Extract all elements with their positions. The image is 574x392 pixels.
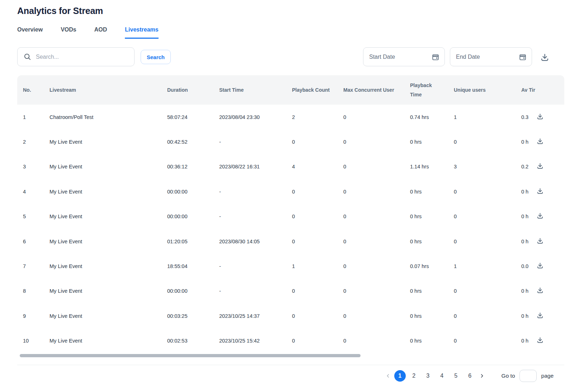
cell-no: 3: [23, 164, 50, 169]
table-row: 8 My Live Event 00:00:00 - 0 0 0 hrs 0 0…: [17, 279, 564, 303]
cell-no: 9: [23, 313, 50, 319]
cell-start-time: 2023/08/30 14:05: [219, 239, 292, 244]
chevron-right-icon: [479, 373, 485, 379]
horizontal-scrollbar-thumb[interactable]: [20, 354, 361, 357]
cell-playback-count: 0: [292, 214, 343, 219]
table-row: 2 My Live Event 00:42:52 - 0 0 0 hrs 0 0…: [17, 129, 564, 154]
download-icon: [536, 287, 544, 294]
cell-unique-users: 0: [454, 189, 521, 195]
cell-max-concurrent-user: 0: [343, 239, 410, 244]
tab-aod[interactable]: AOD: [94, 27, 107, 39]
cell-avg-time: 0 h: [521, 338, 536, 344]
cell-livestream: My Live Event: [50, 189, 167, 195]
cell-duration: 00:00:00: [167, 214, 219, 219]
table-row: 10 My Live Event 00:02:53 2023/10/25 15:…: [17, 329, 564, 353]
cell-playback-count: 0: [292, 313, 343, 319]
tab-bar: Overview VODs AOD Livestreams: [17, 27, 159, 39]
page-numbers: 123456: [394, 370, 476, 382]
table-row: 7 My Live Event 18:55:04 - 1 0 0.07 hrs …: [17, 254, 564, 278]
download-icon: [536, 262, 544, 269]
row-download-button[interactable]: [536, 138, 544, 145]
cell-avg-time: 0.0: [521, 263, 536, 269]
download-icon: [536, 162, 544, 170]
page-button[interactable]: 4: [436, 370, 448, 382]
cell-no: 1: [23, 114, 50, 120]
row-download-button[interactable]: [536, 311, 544, 319]
download-icon: [536, 212, 544, 220]
goto-page-input[interactable]: [519, 370, 537, 382]
cell-playback-count: 0: [292, 189, 343, 195]
page-button[interactable]: 2: [408, 370, 420, 382]
tab-overview[interactable]: Overview: [17, 27, 43, 39]
table-row: 1 Chatroom/Poll Test 58:07:24 2023/08/04…: [17, 105, 564, 129]
row-download-button[interactable]: [536, 336, 544, 344]
column-header-unique-users: Unique users: [454, 85, 521, 95]
cell-playback-count: 2: [292, 114, 343, 120]
cell-duration: 00:36:12: [167, 164, 219, 169]
row-download-button[interactable]: [536, 162, 544, 170]
cell-unique-users: 3: [454, 164, 521, 169]
cell-start-time: 2023/08/04 23:30: [219, 114, 292, 120]
column-header-max-concurrent-user: Max Concurrent User: [343, 85, 410, 95]
cell-duration: 00:02:53: [167, 338, 219, 344]
cell-avg-time: 0 h: [521, 139, 536, 145]
cell-playback-time: 0 hrs: [410, 214, 454, 219]
download-icon: [536, 187, 544, 195]
cell-avg-time: 0 h: [521, 189, 536, 195]
pagination: 123456 Go to page: [17, 365, 564, 387]
cell-livestream: My Live Event: [50, 239, 167, 244]
cell-avg-time: 0 h: [521, 288, 536, 294]
column-header-playback-time: Playback Time: [410, 81, 454, 99]
row-download-button[interactable]: [536, 187, 544, 195]
cell-playback-time: 0 hrs: [410, 313, 454, 319]
search-box[interactable]: [17, 47, 135, 66]
cell-unique-users: 0: [454, 139, 521, 145]
livestreams-table: No. Livestream Duration Start Time Playb…: [17, 75, 564, 387]
page-button[interactable]: 6: [464, 370, 476, 382]
download-icon: [536, 336, 544, 344]
page-button[interactable]: 3: [422, 370, 434, 382]
calendar-icon: [519, 53, 527, 61]
download-icon: [536, 237, 544, 245]
tab-vods[interactable]: VODs: [61, 27, 76, 39]
cell-unique-users: 1: [454, 263, 521, 269]
cell-livestream: My Live Event: [50, 288, 167, 294]
page-button-active[interactable]: 1: [394, 370, 406, 382]
cell-playback-time: 0.07 hrs: [410, 263, 454, 269]
cell-livestream: My Live Event: [50, 263, 167, 269]
cell-max-concurrent-user: 0: [343, 114, 410, 120]
page-label: page: [541, 373, 554, 379]
row-download-button[interactable]: [536, 237, 544, 245]
cell-start-time: 2023/10/25 14:37: [219, 313, 292, 319]
next-page-button[interactable]: [477, 370, 486, 382]
row-download-button[interactable]: [536, 113, 544, 120]
tab-livestreams[interactable]: Livestreams: [125, 27, 158, 39]
end-date-field[interactable]: End Date: [450, 47, 532, 66]
cell-playback-count: 0: [292, 139, 343, 145]
search-input[interactable]: [36, 54, 122, 60]
row-download-button[interactable]: [536, 212, 544, 220]
cell-max-concurrent-user: 0: [343, 214, 410, 219]
download-icon: [540, 53, 551, 62]
cell-no: 4: [23, 189, 50, 195]
column-header-avg-time: Av Tir: [521, 85, 536, 95]
cell-unique-users: 0: [454, 288, 521, 294]
cell-unique-users: 0: [454, 338, 521, 344]
page-button[interactable]: 5: [450, 370, 462, 382]
cell-duration: 00:00:00: [167, 288, 219, 294]
cell-max-concurrent-user: 0: [343, 263, 410, 269]
column-header-duration: Duration: [167, 85, 219, 95]
cell-playback-time: 0 hrs: [410, 139, 454, 145]
cell-unique-users: 1: [454, 114, 521, 120]
start-date-placeholder: Start Date: [369, 54, 395, 60]
cell-start-time: 2023/08/22 16:31: [219, 164, 292, 169]
search-button[interactable]: Search: [141, 50, 171, 64]
previous-page-button[interactable]: [384, 370, 393, 382]
start-date-field[interactable]: Start Date: [363, 47, 445, 66]
cell-playback-count: 1: [292, 263, 343, 269]
export-all-button[interactable]: [540, 52, 551, 63]
cell-duration: 18:55:04: [167, 263, 219, 269]
row-download-button[interactable]: [536, 287, 544, 295]
row-download-button[interactable]: [536, 262, 544, 270]
cell-playback-count: 0: [292, 288, 343, 294]
